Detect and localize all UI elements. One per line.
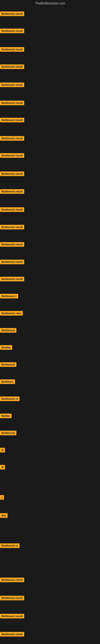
bottleneck-label-33: Bottleneck result (0, 614, 24, 618)
bottleneck-label-8: Bottleneck result (0, 136, 24, 141)
bottleneck-label-1: Bottleneck result (0, 12, 24, 16)
bottleneck-label-26: B (0, 448, 5, 452)
bottleneck-label-6: Bottleneck result (0, 100, 24, 105)
bottleneck-label-14: Bottleneck result (0, 242, 24, 247)
bottleneck-item-2: Bottleneck result (0, 28, 24, 34)
bottleneck-item-17: Bottleneck r (0, 294, 18, 299)
bottleneck-label-4: Bottleneck result (0, 64, 24, 69)
bottleneck-label-27: B (0, 465, 5, 470)
site-title: TheBottlenecker.com (0, 0, 100, 6)
bottleneck-item-12: Bottleneck result (0, 207, 24, 213)
bottleneck-item-1: Bottleneck result (0, 12, 24, 17)
bottleneck-item-23: Bottleneck re (0, 396, 20, 402)
bottleneck-item-13: Bottleneck result (0, 225, 24, 230)
bottleneck-item-34: Bottleneck result (0, 632, 24, 637)
bottleneck-item-31: Bottleneck result (0, 578, 24, 583)
bottleneck-label-23: Bottleneck re (0, 396, 20, 401)
bottleneck-label-19: Bottleneck (0, 328, 16, 333)
bottleneck-item-19: Bottleneck (0, 328, 16, 334)
bottleneck-label-32: Bottleneck result (0, 596, 24, 600)
bottleneck-label-20: Bottlen (0, 345, 12, 350)
bottleneck-label-10: Bottleneck result (0, 172, 24, 176)
bottleneck-item-21: Bottleneck (0, 362, 16, 368)
bottleneck-item-33: Bottleneck result (0, 614, 24, 619)
bottleneck-label-18: Bottleneck resu (0, 311, 23, 316)
bottleneck-item-8: Bottleneck result (0, 136, 24, 142)
bottleneck-label-25: Bottleneck (0, 431, 16, 435)
bottleneck-label-17: Bottleneck r (0, 294, 18, 298)
bottleneck-label-31: Bottleneck result (0, 578, 24, 582)
bottleneck-item-15: Bottleneck result (0, 260, 24, 265)
bottleneck-item-24: Bottler (0, 414, 12, 419)
bottleneck-item-4: Bottleneck result (0, 64, 24, 70)
bottleneck-item-3: Bottleneck result (0, 47, 24, 52)
bottleneck-label-22: Bottlenec (0, 379, 15, 384)
bottleneck-item-11: Bottleneck result (0, 189, 24, 194)
bottleneck-item-22: Bottlenec (0, 379, 15, 385)
bottleneck-label-28: | (0, 495, 4, 500)
bottleneck-item-9: Bottleneck result (0, 153, 24, 158)
bottleneck-item-28: | (0, 495, 4, 500)
bottleneck-item-5: Bottleneck result (0, 82, 24, 88)
bottleneck-label-5: Bottleneck result (0, 82, 24, 87)
bottleneck-item-29: Bot (0, 513, 8, 518)
bottleneck-item-30: Bottleneck re (0, 544, 20, 549)
bottleneck-item-10: Bottleneck result (0, 172, 24, 177)
bottleneck-label-30: Bottleneck re (0, 544, 20, 548)
bottleneck-label-3: Bottleneck result (0, 47, 24, 52)
bottleneck-item-18: Bottleneck resu (0, 311, 23, 316)
bottleneck-label-7: Bottleneck result (0, 118, 24, 122)
bottleneck-item-25: Bottleneck (0, 431, 16, 436)
bottleneck-label-9: Bottleneck result (0, 153, 24, 158)
bottleneck-item-7: Bottleneck result (0, 118, 24, 123)
bottleneck-label-15: Bottleneck result (0, 260, 24, 264)
bottleneck-item-6: Bottleneck result (0, 100, 24, 106)
bottleneck-label-29: Bot (0, 513, 8, 518)
bottleneck-label-2: Bottleneck result (0, 28, 24, 33)
bottleneck-item-26: B (0, 448, 5, 453)
bottleneck-item-16: Bottleneck result (0, 277, 24, 282)
bottleneck-label-21: Bottleneck (0, 362, 16, 367)
bottleneck-label-24: Bottler (0, 414, 12, 418)
bottleneck-label-34: Bottleneck result (0, 632, 24, 636)
bottleneck-item-32: Bottleneck result (0, 596, 24, 601)
bottleneck-item-14: Bottleneck result (0, 242, 24, 248)
bottleneck-label-16: Bottleneck result (0, 277, 24, 281)
bottleneck-label-12: Bottleneck result (0, 207, 24, 212)
bottleneck-item-20: Bottlen (0, 345, 12, 350)
bottleneck-label-11: Bottleneck result (0, 189, 24, 194)
bottleneck-label-13: Bottleneck result (0, 225, 24, 230)
bottleneck-item-27: B (0, 465, 5, 470)
